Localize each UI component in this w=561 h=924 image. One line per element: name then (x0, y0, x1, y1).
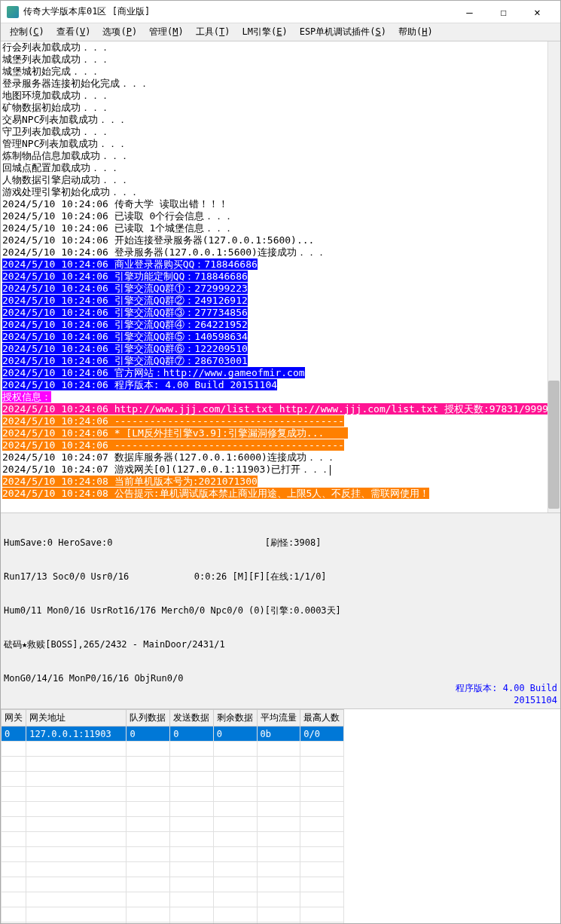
col-header[interactable]: 平均流量 (257, 710, 300, 727)
log-line: 2024/5/10 10:24:06 ---------------------… (1, 439, 560, 451)
col-header[interactable]: 剩余数据 (213, 710, 257, 727)
col-header[interactable]: 最高人数 (300, 710, 344, 727)
table-row[interactable] (2, 757, 344, 772)
menu-h[interactable]: 帮助(H) (392, 23, 439, 41)
table-row[interactable] (2, 742, 344, 757)
menu-v[interactable]: 查看(V) (50, 23, 97, 41)
log-line: 守卫列表加载成功．．． (1, 126, 560, 138)
log-line: 2024/5/10 10:24:06 已读取 0个行会信息．．． (1, 210, 560, 222)
log-line: 管理NPC列表加载成功．．． (1, 138, 560, 150)
status-boss: 砝码★救赎[BOSS],265/2432 - MainDoor/2431/1 (4, 639, 265, 650)
close-button[interactable]: ✕ (520, 2, 554, 23)
status-bar: HumSave:0 HeroSave:0 Run17/13 Soc0/0 Usr… (1, 512, 560, 709)
log-line: 2024/5/10 10:24:06 商业登录器购买QQ：718846686 (1, 259, 560, 271)
menu-p[interactable]: 选项(P) (96, 23, 143, 41)
app-icon (7, 6, 19, 18)
log-line: 2024/5/10 10:24:06 开始连接登录服务器(127.0.0.1:5… (1, 234, 560, 246)
table-row[interactable] (2, 802, 344, 817)
window-title: 传奇大学版本库01区 [商业版] (23, 5, 453, 18)
log-line: 2024/5/10 10:24:08 当前单机版本号为:2021071300 (1, 476, 560, 488)
log-line: 2024/5/10 10:24:06 官方网站：http://www.gameo… (1, 367, 560, 379)
log-line: 交易NPC列表加载成功．．． (1, 114, 560, 126)
table-row[interactable] (2, 922, 344, 924)
log-line: 2024/5/10 10:24:06 传奇大学 读取出错！！！ (1, 198, 560, 210)
log-line: 登录服务器连接初始化完成．．． (1, 78, 560, 90)
log-line: 2024/5/10 10:24:06 引擎交流QQ群①：272999223 (1, 283, 560, 295)
table-row[interactable] (2, 847, 344, 862)
table-row[interactable] (2, 832, 344, 847)
minimize-button[interactable]: — (453, 2, 486, 23)
status-run: Run17/13 Soc0/0 Usr0/16 0:0:26 [M][F] (4, 571, 265, 583)
menu-m[interactable]: 管理(M) (143, 23, 190, 41)
table-row[interactable] (2, 892, 344, 907)
log-line: 矿物数据初始成功．．． (1, 102, 560, 114)
gateway-table: 网关网关地址队列数据发送数据剩余数据平均流量最高人数 0127.0.0.1:11… (1, 709, 344, 923)
log-line: 2024/5/10 10:24:06 http://www.jjj.com/li… (1, 403, 560, 415)
log-line: 2024/5/10 10:24:06 引擎交流QQ群④：264221952 (1, 319, 560, 331)
log-line: 城堡城初始完成．．． (1, 66, 560, 78)
menu-c[interactable]: 控制(C) (4, 23, 50, 41)
table-row[interactable] (2, 772, 344, 787)
log-line: 人物数据引擎启动成功．．． (1, 174, 560, 186)
menubar: 控制(C)查看(V)选项(P)管理(M)工具(T)LM引擎(E)ESP单机调试插… (1, 23, 560, 41)
log-line: 2024/5/10 10:24:06 登录服务器(127.0.0.1:5600)… (1, 246, 560, 259)
menu-e[interactable]: LM引擎(E) (236, 23, 294, 41)
log-line: 2024/5/10 10:24:07 游戏网关[0](127.0.0.1:119… (1, 464, 560, 476)
log-line: 2024/5/10 10:24:06 ---------------------… (1, 415, 560, 427)
log-line: 2024/5/10 10:24:06 引擎交流QQ群②：249126912 (1, 295, 560, 307)
col-header[interactable]: 网关 (2, 710, 26, 727)
log-line: 行会列表加载成功．．． (1, 41, 560, 54)
log-line: 2024/5/10 10:24:08 公告提示:单机调试版本禁止商业用途、上限5… (1, 488, 560, 500)
titlebar[interactable]: 传奇大学版本库01区 [商业版] — ☐ ✕ (1, 1, 560, 23)
log-line: 2024/5/10 10:24:06 引擎交流QQ群⑥：122209510 (1, 343, 560, 355)
col-header[interactable]: 网关地址 (26, 710, 127, 727)
table-row[interactable] (2, 877, 344, 892)
log-line: 2024/5/10 10:24:06 * [LM反外挂引擎v3.9]:引擎漏洞修… (1, 427, 560, 439)
log-line: 授权信息： (1, 391, 560, 403)
col-header[interactable]: 队列数据 (127, 710, 170, 727)
table-row[interactable] (2, 862, 344, 877)
menu-t[interactable]: 工具(T) (190, 23, 236, 41)
log-line: 2024/5/10 10:24:06 引擎交流QQ群⑦：286703001 (1, 355, 560, 367)
table-row[interactable] (2, 787, 344, 802)
maximize-button[interactable]: ☐ (486, 2, 520, 23)
status-mong: MonG0/14/16 MonP0/16/16 ObjRun0/0 (4, 673, 265, 684)
status-left: HumSave:0 HeroSave:0 Run17/13 Soc0/0 Usr… (4, 515, 265, 707)
log-line: 地图环境加载成功．．． (1, 90, 560, 102)
log-line: 2024/5/10 10:24:06 引擎交流QQ群⑤：140598634 (1, 331, 560, 343)
log-line: 2024/5/10 10:24:06 引擎交流QQ群③：277734856 (1, 307, 560, 319)
table-row[interactable]: 0127.0.0.1:119030000b0/0 (2, 727, 344, 742)
status-engine: [引擎:0.0003天] (265, 605, 416, 617)
status-mid: [刷怪:3908] [在线:1/1/0] [引擎:0.0003天] (265, 515, 416, 707)
log-scrollbar[interactable] (547, 41, 560, 512)
status-humsave: HumSave:0 HeroSave:0 (4, 537, 265, 549)
table-row[interactable] (2, 817, 344, 832)
scrollbar-thumb[interactable] (548, 381, 559, 509)
menu-s[interactable]: ESP单机调试插件(S) (294, 23, 392, 41)
log-line: 2024/5/10 10:24:06 已读取 1个城堡信息．．． (1, 222, 560, 234)
log-area[interactable]: 行会列表加载成功．．．城堡列表加载成功．．．城堡城初始完成．．．登录服务器连接初… (1, 41, 560, 512)
status-version: 程序版本: 4.00 Build 20151104 (416, 682, 557, 707)
log-line: 2024/5/10 10:24:06 程序版本: 4.00 Build 2015… (1, 379, 560, 391)
status-hum: Hum0/11 Mon0/16 UsrRot16/176 Merch0/0 Np… (4, 605, 265, 617)
log-line: 游戏处理引擎初始化成功．．． (1, 186, 560, 198)
log-line: 回城点配置加载成功．．． (1, 162, 560, 174)
table-row[interactable] (2, 907, 344, 922)
log-line: 城堡列表加载成功．．． (1, 54, 560, 66)
log-line: 炼制物品信息加载成功．．． (1, 150, 560, 162)
status-online: [在线:1/1/0] (265, 571, 416, 583)
log-line: 2024/5/10 10:24:06 引擎功能定制QQ：718846686 (1, 271, 560, 283)
main-window: 传奇大学版本库01区 [商业版] — ☐ ✕ 控制(C)查看(V)选项(P)管理… (0, 0, 561, 924)
log-line: 2024/5/10 10:24:07 数据库服务器(127.0.0.1:6000… (1, 451, 560, 464)
status-spawn: [刷怪:3908] (265, 537, 416, 549)
col-header[interactable]: 发送数据 (170, 710, 214, 727)
gateway-table-area[interactable]: 网关网关地址队列数据发送数据剩余数据平均流量最高人数 0127.0.0.1:11… (1, 709, 560, 923)
